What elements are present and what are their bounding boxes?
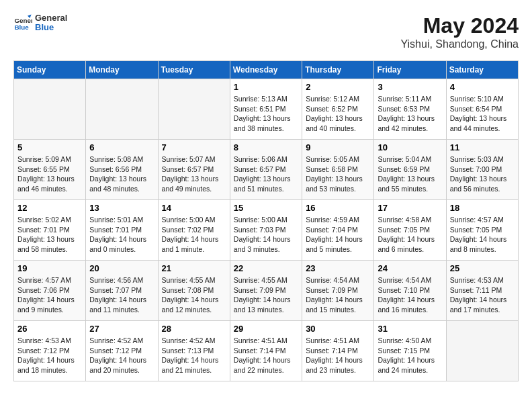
day-number: 30 (306, 324, 370, 334)
day-number: 9 (306, 142, 370, 152)
day-info: Sunrise: 5:02 AM Sunset: 7:01 PM Dayligh… (17, 215, 82, 255)
day-number: 31 (378, 324, 442, 334)
table-row: 29Sunrise: 4:51 AM Sunset: 7:14 PM Dayli… (230, 321, 302, 381)
svg-text:Blue: Blue (14, 24, 29, 31)
day-info: Sunrise: 4:53 AM Sunset: 7:11 PM Dayligh… (450, 275, 515, 315)
day-info: Sunrise: 5:07 AM Sunset: 6:57 PM Dayligh… (162, 154, 226, 194)
col-monday: Monday (86, 61, 158, 79)
location: Yishui, Shandong, China (400, 38, 519, 50)
table-row: 20Sunrise: 4:56 AM Sunset: 7:07 PM Dayli… (86, 261, 158, 321)
table-row (86, 79, 158, 140)
day-info: Sunrise: 4:59 AM Sunset: 7:04 PM Dayligh… (306, 215, 370, 255)
day-number: 11 (450, 142, 515, 152)
day-number: 2 (306, 82, 370, 92)
day-info: Sunrise: 5:06 AM Sunset: 6:57 PM Dayligh… (234, 154, 298, 194)
table-row: 18Sunrise: 4:57 AM Sunset: 7:05 PM Dayli… (446, 200, 518, 261)
table-row: 8Sunrise: 5:06 AM Sunset: 6:57 PM Daylig… (230, 140, 302, 200)
day-number: 16 (306, 203, 370, 213)
table-row: 30Sunrise: 4:51 AM Sunset: 7:14 PM Dayli… (302, 321, 374, 381)
table-row: 19Sunrise: 4:57 AM Sunset: 7:06 PM Dayli… (14, 261, 86, 321)
table-row: 24Sunrise: 4:54 AM Sunset: 7:10 PM Dayli… (374, 261, 446, 321)
table-row: 4Sunrise: 5:10 AM Sunset: 6:54 PM Daylig… (446, 79, 518, 140)
month-title: May 2024 (400, 13, 519, 38)
calendar-week-row: 12Sunrise: 5:02 AM Sunset: 7:01 PM Dayli… (14, 200, 519, 261)
day-info: Sunrise: 4:51 AM Sunset: 7:14 PM Dayligh… (306, 336, 370, 375)
table-row: 14Sunrise: 5:00 AM Sunset: 7:02 PM Dayli… (158, 200, 230, 261)
calendar-week-row: 26Sunrise: 4:53 AM Sunset: 7:12 PM Dayli… (14, 321, 519, 381)
table-row: 13Sunrise: 5:01 AM Sunset: 7:01 PM Dayli… (86, 200, 158, 261)
day-info: Sunrise: 4:54 AM Sunset: 7:09 PM Dayligh… (306, 275, 370, 315)
table-row: 26Sunrise: 4:53 AM Sunset: 7:12 PM Dayli… (14, 321, 86, 381)
day-number: 24 (378, 263, 442, 273)
day-number: 13 (89, 203, 154, 213)
day-info: Sunrise: 4:55 AM Sunset: 7:09 PM Dayligh… (234, 275, 298, 315)
table-row: 28Sunrise: 4:52 AM Sunset: 7:13 PM Dayli… (158, 321, 230, 381)
day-info: Sunrise: 5:03 AM Sunset: 7:00 PM Dayligh… (450, 154, 515, 194)
table-row: 31Sunrise: 4:50 AM Sunset: 7:15 PM Dayli… (374, 321, 446, 381)
page-header: General Blue General Blue May 2024 Yishu… (13, 13, 519, 50)
table-row (14, 79, 86, 140)
calendar-header-row: Sunday Monday Tuesday Wednesday Thursday… (14, 61, 519, 79)
table-row: 1Sunrise: 5:13 AM Sunset: 6:51 PM Daylig… (230, 79, 302, 140)
day-info: Sunrise: 4:52 AM Sunset: 7:12 PM Dayligh… (89, 336, 154, 375)
day-number: 21 (162, 263, 226, 273)
day-number: 27 (89, 324, 154, 334)
logo-blue-text: Blue (35, 23, 67, 32)
day-info: Sunrise: 4:52 AM Sunset: 7:13 PM Dayligh… (162, 336, 226, 375)
table-row: 10Sunrise: 5:04 AM Sunset: 6:59 PM Dayli… (374, 140, 446, 200)
table-row: 5Sunrise: 5:09 AM Sunset: 6:55 PM Daylig… (14, 140, 86, 200)
day-number: 19 (17, 263, 82, 273)
table-row: 15Sunrise: 5:00 AM Sunset: 7:03 PM Dayli… (230, 200, 302, 261)
table-row: 3Sunrise: 5:11 AM Sunset: 6:53 PM Daylig… (374, 79, 446, 140)
day-info: Sunrise: 5:00 AM Sunset: 7:02 PM Dayligh… (162, 215, 226, 255)
table-row: 27Sunrise: 4:52 AM Sunset: 7:12 PM Dayli… (86, 321, 158, 381)
calendar-table: Sunday Monday Tuesday Wednesday Thursday… (13, 60, 519, 381)
day-number: 17 (378, 203, 442, 213)
col-saturday: Saturday (446, 61, 518, 79)
calendar-week-row: 19Sunrise: 4:57 AM Sunset: 7:06 PM Dayli… (14, 261, 519, 321)
day-info: Sunrise: 4:54 AM Sunset: 7:10 PM Dayligh… (378, 275, 442, 315)
calendar-week-row: 5Sunrise: 5:09 AM Sunset: 6:55 PM Daylig… (14, 140, 519, 200)
day-number: 8 (234, 142, 298, 152)
day-number: 26 (17, 324, 82, 334)
day-info: Sunrise: 5:05 AM Sunset: 6:58 PM Dayligh… (306, 154, 370, 194)
table-row: 7Sunrise: 5:07 AM Sunset: 6:57 PM Daylig… (158, 140, 230, 200)
day-info: Sunrise: 4:57 AM Sunset: 7:06 PM Dayligh… (17, 275, 82, 315)
day-number: 18 (450, 203, 515, 213)
table-row: 2Sunrise: 5:12 AM Sunset: 6:52 PM Daylig… (302, 79, 374, 140)
day-number: 6 (89, 142, 154, 152)
day-number: 1 (234, 82, 298, 92)
table-row: 25Sunrise: 4:53 AM Sunset: 7:11 PM Dayli… (446, 261, 518, 321)
logo: General Blue General Blue (13, 13, 67, 33)
col-wednesday: Wednesday (230, 61, 302, 79)
col-friday: Friday (374, 61, 446, 79)
day-number: 5 (17, 142, 82, 152)
table-row (446, 321, 518, 381)
calendar-week-row: 1Sunrise: 5:13 AM Sunset: 6:51 PM Daylig… (14, 79, 519, 140)
day-info: Sunrise: 5:12 AM Sunset: 6:52 PM Dayligh… (306, 94, 370, 134)
table-row: 6Sunrise: 5:08 AM Sunset: 6:56 PM Daylig… (86, 140, 158, 200)
day-number: 20 (89, 263, 154, 273)
day-info: Sunrise: 5:01 AM Sunset: 7:01 PM Dayligh… (89, 215, 154, 255)
day-info: Sunrise: 4:57 AM Sunset: 7:05 PM Dayligh… (450, 215, 515, 255)
day-number: 22 (234, 263, 298, 273)
day-number: 4 (450, 82, 515, 92)
logo-icon: General Blue (13, 13, 32, 32)
day-number: 29 (234, 324, 298, 334)
day-number: 23 (306, 263, 370, 273)
day-info: Sunrise: 5:10 AM Sunset: 6:54 PM Dayligh… (450, 94, 515, 134)
col-sunday: Sunday (14, 61, 86, 79)
day-number: 14 (162, 203, 226, 213)
day-number: 15 (234, 203, 298, 213)
table-row: 16Sunrise: 4:59 AM Sunset: 7:04 PM Dayli… (302, 200, 374, 261)
day-info: Sunrise: 4:55 AM Sunset: 7:08 PM Dayligh… (162, 275, 226, 315)
day-number: 28 (162, 324, 226, 334)
day-info: Sunrise: 4:58 AM Sunset: 7:05 PM Dayligh… (378, 215, 442, 255)
day-number: 25 (450, 263, 515, 273)
day-info: Sunrise: 4:53 AM Sunset: 7:12 PM Dayligh… (17, 336, 82, 375)
table-row: 22Sunrise: 4:55 AM Sunset: 7:09 PM Dayli… (230, 261, 302, 321)
day-info: Sunrise: 4:56 AM Sunset: 7:07 PM Dayligh… (89, 275, 154, 315)
table-row: 21Sunrise: 4:55 AM Sunset: 7:08 PM Dayli… (158, 261, 230, 321)
day-number: 3 (378, 82, 442, 92)
table-row: 23Sunrise: 4:54 AM Sunset: 7:09 PM Dayli… (302, 261, 374, 321)
